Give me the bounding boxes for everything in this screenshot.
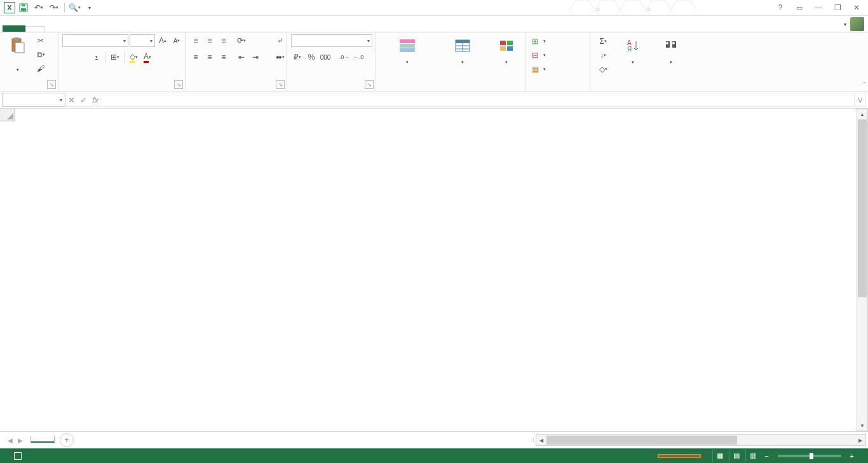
align-top-icon[interactable]: ≡	[189, 34, 202, 47]
increase-indent-icon[interactable]: ⇥	[249, 51, 262, 64]
align-left-icon[interactable]: ≡	[189, 51, 202, 64]
name-box[interactable]: ▾	[2, 93, 65, 107]
align-middle-icon[interactable]: ≡	[203, 34, 216, 47]
help-icon[interactable]: ?	[771, 1, 789, 14]
tab-developer[interactable]	[151, 27, 169, 32]
normal-view-icon[interactable]: ▦	[712, 450, 726, 462]
zoom-in-icon[interactable]: +	[848, 452, 857, 460]
decrease-font-icon[interactable]: A▾	[170, 34, 183, 47]
percent-icon[interactable]: %	[305, 51, 318, 64]
collapse-ribbon-icon[interactable]: ˆ	[864, 82, 865, 89]
redo-icon[interactable]: ↷▾	[47, 1, 61, 15]
decrease-indent-icon[interactable]: ⇤	[235, 51, 248, 64]
qat-customize-icon[interactable]: ▾	[83, 1, 97, 15]
svg-marker-5	[620, 0, 646, 16]
clear-icon[interactable]: ◇▾	[594, 62, 612, 76]
conditional-format-button[interactable]: ▾	[380, 34, 435, 67]
bold-button[interactable]	[62, 51, 75, 64]
align-bottom-icon[interactable]: ≡	[217, 34, 230, 47]
insert-cells-button[interactable]: ⊞ ▾	[529, 34, 546, 48]
font-color-icon[interactable]: A▾	[141, 51, 154, 64]
sheet-prev-icon[interactable]: ◀	[8, 437, 13, 444]
merge-cells-icon[interactable]: ⬌▾	[272, 51, 288, 64]
tab-view[interactable]	[133, 27, 151, 32]
hscroll-thumb[interactable]	[546, 436, 737, 445]
svg-point-9	[647, 8, 651, 11]
excel-icon[interactable]: X	[4, 2, 15, 13]
font-size-combo[interactable]: ▾	[130, 34, 155, 47]
paste-icon	[8, 36, 28, 56]
autosum-icon[interactable]: Σ▾	[594, 34, 612, 48]
format-painter-icon[interactable]: 🖌	[34, 62, 47, 75]
save-icon[interactable]	[17, 1, 31, 15]
align-right-icon[interactable]: ≡	[217, 51, 230, 64]
wrap-text-icon[interactable]: ⤶	[272, 34, 288, 47]
restore-icon[interactable]: ❐	[829, 1, 846, 14]
paste-button[interactable]: ▾	[4, 34, 32, 75]
zoom-out-icon[interactable]: −	[762, 452, 771, 460]
align-center-icon[interactable]: ≡	[203, 51, 216, 64]
sheet-tab[interactable]	[31, 436, 55, 443]
scroll-right-icon[interactable]: ▶	[855, 435, 865, 445]
horizontal-scrollbar[interactable]: ◀ ▶	[536, 434, 866, 446]
tab-split-handle[interactable]: ⋮	[531, 437, 536, 443]
zoom-slider[interactable]	[778, 455, 841, 457]
cancel-icon[interactable]: ✕	[68, 95, 75, 105]
copy-icon[interactable]: ⧉▾	[34, 48, 47, 61]
fx-icon[interactable]: fx	[92, 95, 98, 105]
worksheet-grid[interactable]: ▲ ▼	[0, 109, 868, 431]
undo-icon[interactable]: ↶▾	[32, 1, 46, 15]
number-format-combo[interactable]: ▾	[291, 34, 372, 47]
format-as-table-button[interactable]: ▾	[437, 34, 488, 67]
vertical-scrollbar[interactable]: ▲ ▼	[857, 109, 868, 431]
scroll-up-icon[interactable]: ▲	[857, 109, 867, 119]
clipboard-launcher[interactable]: ↘	[47, 80, 56, 89]
minimize-icon[interactable]: —	[810, 1, 827, 14]
increase-decimal-icon[interactable]: .0→	[338, 51, 351, 64]
comma-icon[interactable]: 000	[319, 51, 332, 64]
print-preview-icon[interactable]: 🔍▾	[67, 1, 81, 15]
expand-formula-bar-icon[interactable]: ⋁	[855, 93, 866, 107]
fill-icon[interactable]: ↓▾	[594, 48, 612, 62]
status-aggregates[interactable]	[658, 454, 701, 458]
add-sheet-icon[interactable]: +	[60, 433, 74, 447]
scroll-down-icon[interactable]: ▼	[857, 420, 867, 431]
cut-icon[interactable]: ✂	[34, 34, 47, 47]
tab-page-layout[interactable]	[62, 27, 80, 32]
macro-record-icon[interactable]	[14, 452, 22, 460]
sort-filter-button[interactable]: АЯ ▾	[614, 34, 651, 67]
scroll-left-icon[interactable]: ◀	[536, 435, 546, 445]
sheet-next-icon[interactable]: ▶	[18, 437, 23, 444]
enter-icon[interactable]: ✓	[80, 95, 87, 105]
tab-insert[interactable]	[44, 27, 62, 32]
orientation-icon[interactable]: ⟳▾	[235, 34, 248, 47]
font-launcher[interactable]: ↘	[174, 80, 183, 89]
font-name-combo[interactable]: ▾	[62, 34, 128, 47]
borders-icon[interactable]: ⊞▾	[109, 51, 121, 64]
tab-data[interactable]	[98, 27, 116, 32]
page-break-view-icon[interactable]: ▥	[745, 450, 759, 462]
cell-styles-button[interactable]: ▾	[491, 34, 522, 67]
increase-font-icon[interactable]: A▴	[156, 34, 169, 47]
svg-rect-11	[14, 37, 19, 41]
close-icon[interactable]: ✕	[848, 1, 865, 14]
tab-formulas[interactable]	[80, 27, 98, 32]
underline-button[interactable]: ▾	[90, 51, 103, 64]
alignment-launcher[interactable]: ↘	[276, 80, 285, 89]
ribbon-options-icon[interactable]: ▭	[790, 1, 808, 14]
format-cells-button[interactable]: ▦ ▾	[529, 62, 546, 76]
tab-review[interactable]	[116, 27, 133, 32]
number-launcher[interactable]: ↘	[365, 80, 374, 89]
delete-cells-button[interactable]: ⊟ ▾	[529, 48, 546, 62]
italic-button[interactable]	[76, 51, 89, 64]
formula-input[interactable]	[101, 93, 855, 107]
page-layout-view-icon[interactable]: ▤	[729, 450, 743, 462]
select-all-button[interactable]	[0, 109, 15, 121]
vscroll-thumb[interactable]	[858, 119, 867, 297]
fill-color-icon[interactable]: ◇▾	[127, 51, 140, 64]
find-select-button[interactable]: ▾	[654, 34, 688, 67]
currency-icon[interactable]: ₽▾	[291, 51, 304, 64]
decrease-decimal-icon[interactable]: ←.0	[352, 51, 365, 64]
user-account[interactable]: ▾	[840, 17, 864, 31]
tab-file[interactable]	[3, 25, 25, 32]
